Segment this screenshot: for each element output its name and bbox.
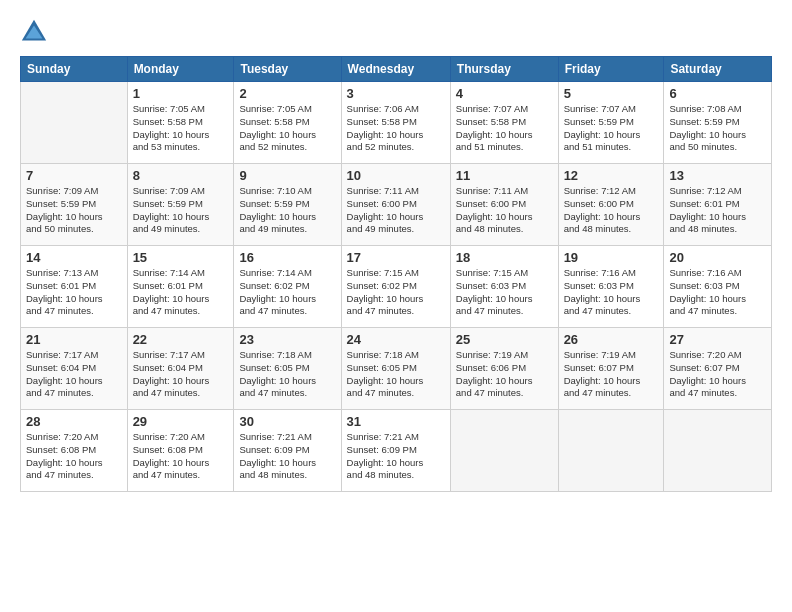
calendar-cell: 17Sunrise: 7:15 AMSunset: 6:02 PMDayligh… [341,246,450,328]
day-number: 12 [564,168,659,183]
weekday-header-row: SundayMondayTuesdayWednesdayThursdayFrid… [21,57,772,82]
day-info: Sunrise: 7:12 AMSunset: 6:00 PMDaylight:… [564,185,659,236]
day-info: Sunrise: 7:10 AMSunset: 5:59 PMDaylight:… [239,185,335,236]
day-number: 24 [347,332,445,347]
calendar-cell: 1Sunrise: 7:05 AMSunset: 5:58 PMDaylight… [127,82,234,164]
day-info: Sunrise: 7:18 AMSunset: 6:05 PMDaylight:… [347,349,445,400]
weekday-header-friday: Friday [558,57,664,82]
calendar-cell: 22Sunrise: 7:17 AMSunset: 6:04 PMDayligh… [127,328,234,410]
day-number: 19 [564,250,659,265]
day-info: Sunrise: 7:16 AMSunset: 6:03 PMDaylight:… [564,267,659,318]
day-number: 13 [669,168,766,183]
day-number: 26 [564,332,659,347]
day-info: Sunrise: 7:15 AMSunset: 6:02 PMDaylight:… [347,267,445,318]
calendar-cell [21,82,128,164]
week-row-3: 14Sunrise: 7:13 AMSunset: 6:01 PMDayligh… [21,246,772,328]
weekday-header-monday: Monday [127,57,234,82]
day-info: Sunrise: 7:14 AMSunset: 6:02 PMDaylight:… [239,267,335,318]
day-info: Sunrise: 7:19 AMSunset: 6:06 PMDaylight:… [456,349,553,400]
calendar-cell: 3Sunrise: 7:06 AMSunset: 5:58 PMDaylight… [341,82,450,164]
day-number: 5 [564,86,659,101]
day-number: 25 [456,332,553,347]
calendar-cell [558,410,664,492]
day-info: Sunrise: 7:11 AMSunset: 6:00 PMDaylight:… [456,185,553,236]
day-info: Sunrise: 7:12 AMSunset: 6:01 PMDaylight:… [669,185,766,236]
day-info: Sunrise: 7:13 AMSunset: 6:01 PMDaylight:… [26,267,122,318]
day-number: 29 [133,414,229,429]
calendar-cell: 5Sunrise: 7:07 AMSunset: 5:59 PMDaylight… [558,82,664,164]
day-number: 1 [133,86,229,101]
day-number: 2 [239,86,335,101]
day-info: Sunrise: 7:05 AMSunset: 5:58 PMDaylight:… [239,103,335,154]
calendar-cell: 20Sunrise: 7:16 AMSunset: 6:03 PMDayligh… [664,246,772,328]
day-info: Sunrise: 7:07 AMSunset: 5:58 PMDaylight:… [456,103,553,154]
calendar-cell: 13Sunrise: 7:12 AMSunset: 6:01 PMDayligh… [664,164,772,246]
day-number: 21 [26,332,122,347]
day-info: Sunrise: 7:20 AMSunset: 6:08 PMDaylight:… [26,431,122,482]
day-number: 16 [239,250,335,265]
calendar-cell: 23Sunrise: 7:18 AMSunset: 6:05 PMDayligh… [234,328,341,410]
calendar-cell: 30Sunrise: 7:21 AMSunset: 6:09 PMDayligh… [234,410,341,492]
day-info: Sunrise: 7:21 AMSunset: 6:09 PMDaylight:… [239,431,335,482]
day-info: Sunrise: 7:09 AMSunset: 5:59 PMDaylight:… [26,185,122,236]
day-info: Sunrise: 7:09 AMSunset: 5:59 PMDaylight:… [133,185,229,236]
calendar-cell [450,410,558,492]
page: SundayMondayTuesdayWednesdayThursdayFrid… [0,0,792,612]
calendar-cell: 18Sunrise: 7:15 AMSunset: 6:03 PMDayligh… [450,246,558,328]
calendar-cell: 19Sunrise: 7:16 AMSunset: 6:03 PMDayligh… [558,246,664,328]
day-info: Sunrise: 7:17 AMSunset: 6:04 PMDaylight:… [133,349,229,400]
day-info: Sunrise: 7:05 AMSunset: 5:58 PMDaylight:… [133,103,229,154]
day-number: 6 [669,86,766,101]
calendar-cell: 28Sunrise: 7:20 AMSunset: 6:08 PMDayligh… [21,410,128,492]
calendar-cell: 9Sunrise: 7:10 AMSunset: 5:59 PMDaylight… [234,164,341,246]
day-number: 28 [26,414,122,429]
calendar-cell: 4Sunrise: 7:07 AMSunset: 5:58 PMDaylight… [450,82,558,164]
day-info: Sunrise: 7:16 AMSunset: 6:03 PMDaylight:… [669,267,766,318]
calendar-cell [664,410,772,492]
logo [20,18,52,46]
day-number: 10 [347,168,445,183]
day-number: 27 [669,332,766,347]
calendar-cell: 8Sunrise: 7:09 AMSunset: 5:59 PMDaylight… [127,164,234,246]
day-info: Sunrise: 7:18 AMSunset: 6:05 PMDaylight:… [239,349,335,400]
week-row-2: 7Sunrise: 7:09 AMSunset: 5:59 PMDaylight… [21,164,772,246]
day-number: 4 [456,86,553,101]
week-row-1: 1Sunrise: 7:05 AMSunset: 5:58 PMDaylight… [21,82,772,164]
day-number: 15 [133,250,229,265]
weekday-header-tuesday: Tuesday [234,57,341,82]
day-number: 18 [456,250,553,265]
weekday-header-saturday: Saturday [664,57,772,82]
calendar-cell: 31Sunrise: 7:21 AMSunset: 6:09 PMDayligh… [341,410,450,492]
day-info: Sunrise: 7:17 AMSunset: 6:04 PMDaylight:… [26,349,122,400]
day-info: Sunrise: 7:20 AMSunset: 6:08 PMDaylight:… [133,431,229,482]
day-number: 20 [669,250,766,265]
calendar-cell: 6Sunrise: 7:08 AMSunset: 5:59 PMDaylight… [664,82,772,164]
day-number: 7 [26,168,122,183]
calendar-cell: 2Sunrise: 7:05 AMSunset: 5:58 PMDaylight… [234,82,341,164]
day-number: 23 [239,332,335,347]
weekday-header-wednesday: Wednesday [341,57,450,82]
day-info: Sunrise: 7:06 AMSunset: 5:58 PMDaylight:… [347,103,445,154]
day-number: 30 [239,414,335,429]
calendar-cell: 26Sunrise: 7:19 AMSunset: 6:07 PMDayligh… [558,328,664,410]
calendar-table: SundayMondayTuesdayWednesdayThursdayFrid… [20,56,772,492]
day-number: 11 [456,168,553,183]
day-info: Sunrise: 7:20 AMSunset: 6:07 PMDaylight:… [669,349,766,400]
day-info: Sunrise: 7:21 AMSunset: 6:09 PMDaylight:… [347,431,445,482]
calendar-cell: 7Sunrise: 7:09 AMSunset: 5:59 PMDaylight… [21,164,128,246]
calendar-cell: 11Sunrise: 7:11 AMSunset: 6:00 PMDayligh… [450,164,558,246]
day-number: 3 [347,86,445,101]
week-row-4: 21Sunrise: 7:17 AMSunset: 6:04 PMDayligh… [21,328,772,410]
day-info: Sunrise: 7:19 AMSunset: 6:07 PMDaylight:… [564,349,659,400]
day-info: Sunrise: 7:08 AMSunset: 5:59 PMDaylight:… [669,103,766,154]
day-info: Sunrise: 7:11 AMSunset: 6:00 PMDaylight:… [347,185,445,236]
day-number: 22 [133,332,229,347]
calendar-cell: 27Sunrise: 7:20 AMSunset: 6:07 PMDayligh… [664,328,772,410]
calendar-cell: 21Sunrise: 7:17 AMSunset: 6:04 PMDayligh… [21,328,128,410]
day-number: 31 [347,414,445,429]
day-number: 9 [239,168,335,183]
day-info: Sunrise: 7:07 AMSunset: 5:59 PMDaylight:… [564,103,659,154]
calendar-cell: 12Sunrise: 7:12 AMSunset: 6:00 PMDayligh… [558,164,664,246]
calendar-cell: 10Sunrise: 7:11 AMSunset: 6:00 PMDayligh… [341,164,450,246]
day-number: 14 [26,250,122,265]
